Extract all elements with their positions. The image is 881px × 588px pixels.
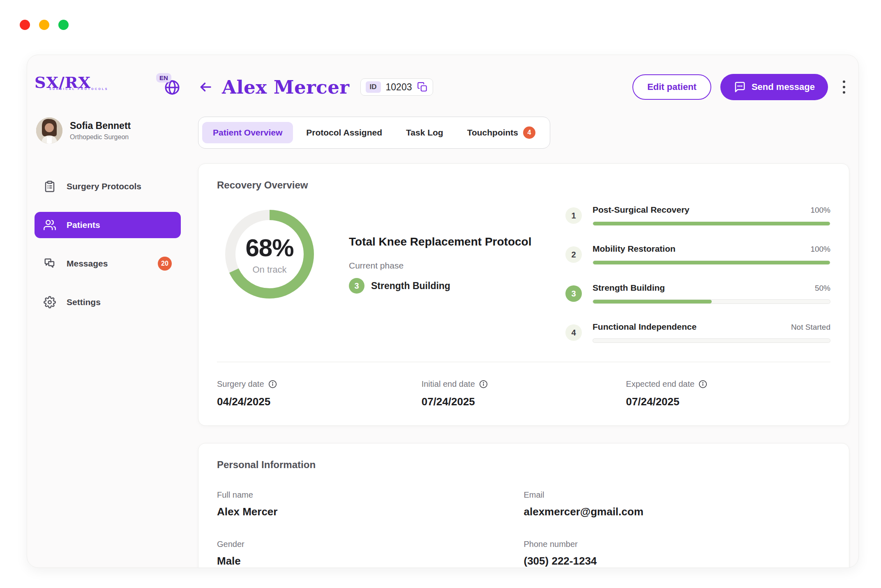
patient-id-chip: ID 10203 (360, 78, 433, 96)
page-title: Alex Mercer (222, 76, 350, 98)
sidebar-item-label: Patients (67, 220, 100, 230)
current-phase-number: 3 (349, 278, 364, 294)
field-full-name: Full name Alex Mercer (217, 490, 524, 518)
info-icon[interactable] (699, 380, 707, 388)
sidebar-item-settings[interactable]: Settings (35, 289, 181, 315)
arrow-left-icon (198, 80, 213, 94)
copy-icon (417, 82, 428, 92)
phase-row: 3 Strength Building 50% (565, 283, 830, 304)
info-icon[interactable] (479, 380, 488, 388)
users-icon (44, 219, 56, 231)
tab-label: Touchpoints (467, 128, 518, 138)
phase-name: Post-Surgical Recovery (593, 205, 690, 215)
app-window: SX/RX SURGICAL PROTOCOLS EN So (27, 55, 859, 568)
phase-name: Functional Independence (593, 322, 696, 332)
divider (217, 362, 830, 362)
user-role: Orthopedic Surgeon (70, 133, 131, 141)
field-value: Male (217, 555, 524, 567)
sidebar: SX/RX SURGICAL PROTOCOLS EN So (27, 55, 191, 567)
field-email: Email alexmercer@gmail.com (524, 490, 831, 518)
protocol-block: Total Knee Replacement Protocol Current … (349, 235, 531, 343)
phase-number: 4 (565, 324, 582, 341)
phase-name: Mobility Restoration (593, 244, 676, 254)
phase-row: 1 Post-Surgical Recovery 100% (565, 205, 830, 226)
clipboard-icon (44, 180, 56, 193)
tab-label: Protocol Assigned (306, 128, 382, 138)
edit-patient-button[interactable]: Edit patient (632, 74, 711, 100)
phase-progress-label: Not Started (791, 323, 830, 332)
back-button[interactable] (198, 78, 216, 96)
date-label: Surgery date (217, 379, 264, 389)
phase-progress-bar (593, 260, 830, 265)
current-phase-name: Strength Building (371, 280, 450, 292)
language-badge: EN (156, 73, 171, 83)
phase-progress-bar (593, 338, 830, 343)
date-value: 04/24/2025 (217, 395, 422, 408)
tab-task-log[interactable]: Task Log (395, 122, 454, 143)
close-window-button[interactable] (20, 20, 30, 30)
tab-protocol-assigned[interactable]: Protocol Assigned (295, 122, 393, 143)
send-message-button[interactable]: Send message (720, 74, 828, 100)
chat-icon (44, 257, 56, 270)
sidebar-item-patients[interactable]: Patients (35, 212, 181, 238)
tab-label: Task Log (406, 128, 443, 138)
zoom-window-button[interactable] (58, 20, 69, 30)
phase-number: 1 (565, 207, 582, 224)
date-value: 07/24/2025 (422, 395, 626, 408)
page-header: Alex Mercer ID 10203 Edit patient Send m… (198, 74, 849, 100)
field-gender: Gender Male (217, 540, 524, 567)
date-value: 07/24/2025 (626, 395, 830, 408)
avatar (36, 117, 62, 144)
sidebar-nav: Surgery Protocols Patients Messages 20 S… (35, 173, 181, 315)
date-label: Expected end date (626, 379, 694, 389)
phase-progress-label: 100% (810, 245, 830, 254)
gear-icon (44, 296, 56, 308)
app-logo: SX/RX SURGICAL PROTOCOLS (35, 75, 108, 90)
personal-card-title: Personal Information (217, 459, 830, 471)
id-value: 10203 (386, 82, 412, 93)
window-controls (20, 20, 69, 30)
recovery-percent: 68% (245, 234, 293, 262)
tab-patient-overview[interactable]: Patient Overview (202, 122, 293, 143)
field-value: (305) 222-1234 (524, 555, 831, 567)
field-label: Phone number (524, 540, 831, 549)
protocol-name: Total Knee Replacement Protocol (349, 235, 531, 248)
field-label: Email (524, 490, 831, 500)
language-switcher[interactable]: EN (159, 75, 181, 96)
send-message-label: Send message (752, 82, 815, 92)
phase-number: 3 (565, 285, 582, 302)
user-profile: Sofia Bennett Orthopedic Surgeon (35, 117, 181, 144)
date-label: Initial end date (422, 379, 475, 389)
sidebar-item-label: Settings (67, 297, 101, 307)
messages-count-badge: 20 (158, 257, 172, 271)
field-label: Gender (217, 540, 524, 549)
copy-id-button[interactable] (417, 82, 428, 92)
phase-progress-bar (593, 299, 830, 304)
initial-end-date: Initial end date 07/24/2025 (422, 379, 626, 408)
phase-number: 2 (565, 246, 582, 263)
recovery-status: On track (252, 264, 286, 275)
recovery-overview-card: Recovery Overview 68% On track Total Kne… (198, 163, 849, 426)
touchpoints-count-badge: 4 (523, 126, 535, 139)
tab-touchpoints[interactable]: Touchpoints 4 (457, 121, 546, 145)
recovery-card-title: Recovery Overview (217, 179, 830, 191)
phase-row: 2 Mobility Restoration 100% (565, 244, 830, 265)
expected-end-date: Expected end date 07/24/2025 (626, 379, 830, 408)
personal-information-card: Personal Information Full name Alex Merc… (198, 443, 849, 568)
phase-name: Strength Building (593, 283, 665, 293)
info-icon[interactable] (268, 380, 277, 388)
sidebar-item-label: Surgery Protocols (67, 181, 141, 191)
minimize-window-button[interactable] (39, 20, 49, 30)
user-name: Sofia Bennett (70, 120, 131, 131)
message-bubble-icon (733, 81, 746, 93)
sidebar-item-surgery-protocols[interactable]: Surgery Protocols (35, 173, 181, 200)
more-options-button[interactable] (839, 76, 849, 98)
field-value: Alex Mercer (217, 505, 524, 518)
id-label: ID (366, 81, 381, 93)
sidebar-item-label: Messages (67, 259, 108, 269)
sidebar-item-messages[interactable]: Messages 20 (35, 250, 181, 277)
phase-progress-label: 100% (810, 206, 830, 215)
field-phone: Phone number (305) 222-1234 (524, 540, 831, 567)
phase-progress-label: 50% (815, 284, 830, 293)
recovery-donut-chart: 68% On track (225, 210, 314, 299)
